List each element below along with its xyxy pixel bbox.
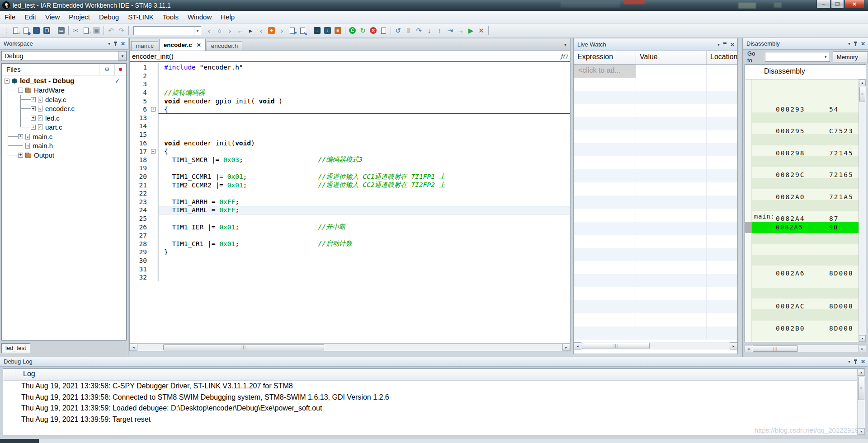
memory-button[interactable]: Memory xyxy=(833,51,868,62)
tree-item-led-c[interactable]: +cled.c xyxy=(2,113,126,123)
menu-item-project[interactable]: Project xyxy=(64,11,94,23)
redo-button[interactable]: ↷ xyxy=(116,25,127,36)
menu-item-window[interactable]: Window xyxy=(183,11,216,23)
scrollbar-thumb[interactable]: ≡ xyxy=(858,377,864,400)
tree-item-delay-c[interactable]: +cdelay.c xyxy=(2,95,126,104)
tree-item-encoder-c[interactable]: +cencoder.c xyxy=(2,104,126,114)
restore-button[interactable]: ❐ xyxy=(831,0,844,9)
column-value[interactable]: Value xyxy=(636,51,707,64)
tree-item-output[interactable]: +Output xyxy=(2,150,126,160)
add-bookmark-button[interactable]: + xyxy=(266,25,277,36)
chevron-down-icon[interactable]: ▾ xyxy=(848,41,850,46)
scroll-left-icon[interactable]: ◂ xyxy=(574,342,581,350)
scroll-down-icon[interactable]: ▾ xyxy=(858,428,865,435)
step-into-button[interactable]: ↓ xyxy=(424,25,434,36)
copy-button[interactable]: ² xyxy=(81,25,91,36)
chevron-down-icon[interactable]: ▾ xyxy=(822,52,830,61)
menu-item-view[interactable]: View xyxy=(41,11,64,23)
scrollbar-thumb[interactable]: ||| xyxy=(753,345,798,352)
scroll-right-icon[interactable]: ▸ xyxy=(859,345,866,352)
debug-without-downloading-button[interactable]: ↓ xyxy=(322,25,333,36)
function-selector-bar[interactable]: encoder_init() ƒ() xyxy=(130,51,570,62)
attach-to-running-target-button[interactable]: ≡ xyxy=(333,25,343,36)
menu-item-edit[interactable]: Edit xyxy=(20,11,41,23)
log-vertical-scrollbar[interactable]: ▴ ≡ ▾ xyxy=(857,369,865,435)
menu-item-file[interactable]: File xyxy=(0,11,20,23)
previous-bookmark-button[interactable]: ‹ xyxy=(256,25,266,36)
goto-definition-button[interactable]: ↗ xyxy=(287,25,297,36)
rebuild-all-button[interactable]: ↻ xyxy=(358,25,368,36)
disassembly-vertical-scrollbar[interactable]: ▴ ≡ ▾ xyxy=(859,79,866,342)
toolbar-search-combobox[interactable]: ▾ xyxy=(133,26,201,35)
pin-icon[interactable] xyxy=(854,42,858,46)
step-out-button[interactable]: ↑ xyxy=(434,25,445,36)
save-button[interactable]: ▫ xyxy=(31,25,42,36)
expand-icon[interactable]: + xyxy=(31,97,36,102)
stop-build-button[interactable]: ✕ xyxy=(368,25,378,36)
scrollbar-thumb[interactable]: ||| xyxy=(582,343,650,349)
chevron-down-icon[interactable]: ▾ xyxy=(108,41,110,46)
tree-item-hardware[interactable]: −HardWare xyxy=(2,86,126,95)
pin-icon[interactable] xyxy=(854,359,858,364)
close-button[interactable]: ✕ xyxy=(844,0,864,9)
chevron-down-icon[interactable]: ▾ xyxy=(717,42,720,47)
close-icon[interactable]: ✕ xyxy=(730,42,735,48)
configuration-selector[interactable]: Debug ▾ xyxy=(1,51,127,61)
scroll-up-icon[interactable]: ▴ xyxy=(858,369,865,376)
next-statement-button[interactable]: ⇥ xyxy=(445,25,455,36)
scroll-left-icon[interactable]: ◂ xyxy=(745,345,752,352)
expand-icon[interactable]: + xyxy=(31,106,36,111)
pin-icon[interactable] xyxy=(723,42,727,47)
menu-item-debug[interactable]: Debug xyxy=(94,11,123,23)
scroll-left-icon[interactable]: ◂ xyxy=(130,344,137,351)
tree-item-uart-c[interactable]: +cuart.c xyxy=(2,123,126,132)
menu-item-st-link[interactable]: ST-LINK xyxy=(123,11,158,23)
scrollbar-thumb[interactable]: ||| xyxy=(163,344,324,350)
scroll-down-icon[interactable]: ▾ xyxy=(859,335,866,342)
pin-icon[interactable] xyxy=(113,42,118,46)
disassembly-horizontal-scrollbar[interactable]: ◂ ||| ▸ xyxy=(745,345,866,352)
live-watch-add-row[interactable]: <click to ad... xyxy=(574,65,737,78)
scroll-up-icon[interactable]: ▴ xyxy=(859,79,866,86)
close-icon[interactable]: ✕ xyxy=(121,41,125,47)
scrollbar-thumb[interactable]: ≡ xyxy=(859,87,865,102)
tree-item-led-test-debug[interactable]: −led_test - Debug✓ xyxy=(2,76,126,86)
goto-input[interactable]: ▾ xyxy=(765,52,830,62)
go-button[interactable]: ▶ xyxy=(466,25,476,36)
menu-item-help[interactable]: Help xyxy=(216,11,239,23)
navigate-back-button[interactable]: ← xyxy=(235,25,245,36)
tree-item-main-c[interactable]: +cmain.c xyxy=(2,132,126,141)
run-to-cursor-button[interactable]: → xyxy=(455,25,466,36)
tree-item-main-h[interactable]: hmain.h xyxy=(2,141,126,151)
minimize-button[interactable]: – xyxy=(816,0,830,9)
scroll-right-icon[interactable]: ▸ xyxy=(730,342,737,350)
live-watch-horizontal-scrollbar[interactable]: ◂ ||| ▸ xyxy=(574,342,737,350)
collapse-icon[interactable]: − xyxy=(18,88,23,93)
undo-button[interactable]: ↶ xyxy=(106,25,116,36)
fold-collapse-icon[interactable]: − xyxy=(151,149,156,154)
editor-horizontal-scrollbar[interactable]: ◂ ||| ▸ xyxy=(130,343,570,351)
close-tab-icon[interactable]: ✕ xyxy=(197,42,201,48)
menu-item-tools[interactable]: Tools xyxy=(158,11,183,23)
collapse-icon[interactable]: − xyxy=(5,79,9,84)
tab-encoder-c[interactable]: encoder.c✕ xyxy=(159,39,206,51)
expand-icon[interactable]: + xyxy=(31,125,36,130)
expand-icon[interactable]: + xyxy=(18,134,23,139)
stop-debugging-button[interactable]: ✕ xyxy=(476,25,486,36)
open-file-button[interactable]: ◆ xyxy=(21,25,31,36)
save-all-button[interactable]: ❐ xyxy=(42,25,52,36)
next-bookmark-button[interactable]: › xyxy=(277,25,287,36)
column-location[interactable]: Location xyxy=(707,51,737,64)
make-button[interactable]: C xyxy=(347,25,358,36)
tab-main-c[interactable]: main.c xyxy=(131,41,158,51)
reset-button[interactable]: ↺ xyxy=(393,25,403,36)
chevron-down-icon[interactable]: ▾ xyxy=(118,51,126,61)
find-previous-button[interactable]: ‹ xyxy=(204,25,214,36)
add-expression-cell[interactable]: <click to ad... xyxy=(574,65,636,78)
new-document-button[interactable]: + xyxy=(10,25,21,36)
download-and-debug-button[interactable]: ↓ xyxy=(312,25,322,36)
close-icon[interactable]: ✕ xyxy=(861,359,865,365)
chevron-down-icon[interactable]: ▾ xyxy=(194,27,201,35)
step-over-button[interactable]: ↷ xyxy=(414,25,424,36)
cut-button[interactable]: ✂ xyxy=(71,25,81,36)
